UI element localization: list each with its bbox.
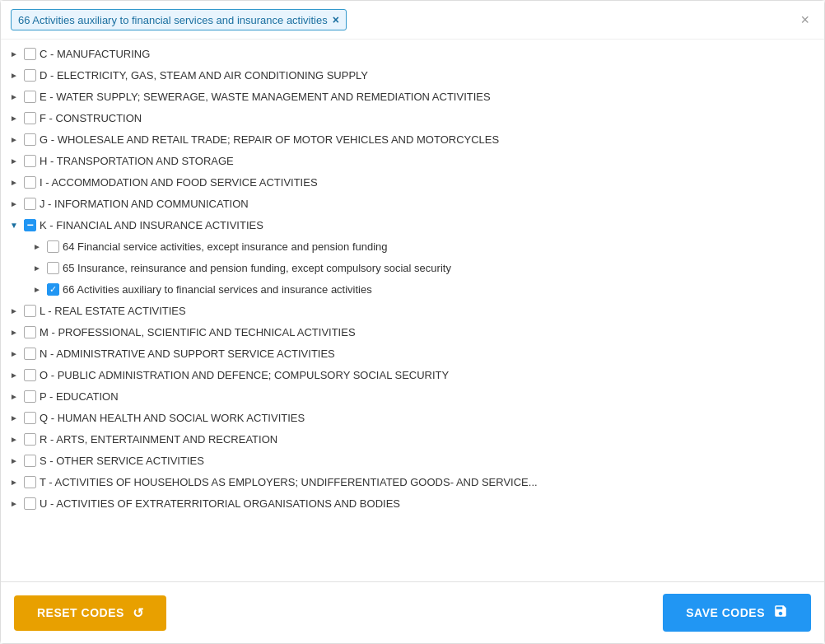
tree-item-i[interactable]: ►I - ACCOMMODATION AND FOOD SERVICE ACTI… [1, 171, 824, 193]
checkbox-d[interactable] [24, 69, 36, 82]
reset-label: RESET CODES [37, 606, 124, 619]
item-label-d: D - ELECTRICITY, GAS, STEAM AND AIR COND… [40, 69, 368, 82]
checkbox-j[interactable] [24, 198, 36, 210]
checkbox-c[interactable] [24, 48, 36, 60]
save-codes-button[interactable]: SAVE CODES [663, 594, 811, 632]
reset-codes-button[interactable]: RESET CODES ↺ [14, 595, 166, 631]
item-label-g: G - WHOLESALE AND RETAIL TRADE; REPAIR O… [40, 133, 499, 146]
expander-j[interactable]: ► [7, 197, 21, 210]
expander-t[interactable]: ► [7, 475, 21, 488]
item-label-k: K - FINANCIAL AND INSURANCE ACTIVITIES [40, 219, 263, 231]
tree-item-t[interactable]: ►T - ACTIVITIES OF HOUSEHOLDS AS EMPLOYE… [1, 471, 824, 492]
item-label-c: C - MANUFACTURING [40, 48, 150, 60]
expander-i[interactable]: ► [7, 175, 21, 189]
checkbox-u[interactable] [24, 497, 36, 510]
close-modal-button[interactable]: × [795, 10, 814, 30]
tree-item-c[interactable]: ►C - MANUFACTURING [1, 43, 824, 64]
tree-item-64[interactable]: ►64 Financial service activities, except… [1, 236, 824, 257]
expander-h[interactable]: ► [7, 154, 21, 167]
item-label-q: Q - HUMAN HEALTH AND SOCIAL WORK ACTIVIT… [40, 412, 305, 424]
tree-item-f[interactable]: ►F - CONSTRUCTION [1, 107, 824, 128]
expander-q[interactable]: ► [7, 411, 21, 424]
checkbox-m[interactable] [24, 326, 36, 338]
expander-p[interactable]: ► [7, 390, 21, 403]
expander-f[interactable]: ► [7, 111, 21, 124]
checkbox-f[interactable] [24, 112, 36, 124]
item-label-u: U - ACTIVITIES OF EXTRATERRITORIAL ORGAN… [40, 497, 400, 510]
expander-k[interactable]: ▼ [7, 218, 21, 231]
checkbox-l[interactable] [24, 305, 36, 317]
expander-65[interactable]: ► [30, 261, 44, 274]
checkbox-n[interactable] [24, 348, 36, 360]
checkbox-r[interactable] [24, 433, 36, 446]
active-filter-tag[interactable]: 66 Activities auxiliary to financial ser… [11, 9, 347, 30]
item-label-s: S - OTHER SERVICE ACTIVITIES [40, 455, 204, 467]
checkbox-g[interactable] [24, 133, 36, 146]
item-label-n: N - ADMINISTRATIVE AND SUPPORT SERVICE A… [40, 348, 335, 360]
tree-item-u[interactable]: ►U - ACTIVITIES OF EXTRATERRITORIAL ORGA… [1, 492, 824, 514]
checkbox-64[interactable] [47, 240, 59, 253]
expander-r[interactable]: ► [7, 432, 21, 446]
tree-item-p[interactable]: ►P - EDUCATION [1, 385, 824, 407]
expander-m[interactable]: ► [7, 325, 21, 338]
expander-s[interactable]: ► [7, 454, 21, 467]
expander-64[interactable]: ► [30, 240, 44, 253]
tree-item-q[interactable]: ►Q - HUMAN HEALTH AND SOCIAL WORK ACTIVI… [1, 407, 824, 428]
item-label-p: P - EDUCATION [40, 390, 119, 403]
remove-filter-tag[interactable]: × [333, 13, 339, 26]
tree-item-h[interactable]: ►H - TRANSPORTATION AND STORAGE [1, 150, 824, 171]
item-label-i: I - ACCOMMODATION AND FOOD SERVICE ACTIV… [40, 176, 318, 189]
save-icon [773, 604, 788, 622]
tree-item-g[interactable]: ►G - WHOLESALE AND RETAIL TRADE; REPAIR … [1, 128, 824, 150]
tree-item-e[interactable]: ►E - WATER SUPPLY; SEWERAGE, WASTE MANAG… [1, 86, 824, 107]
checkbox-i[interactable] [24, 176, 36, 189]
item-label-m: M - PROFESSIONAL, SCIENTIFIC AND TECHNIC… [40, 326, 356, 338]
item-label-h: H - TRANSPORTATION AND STORAGE [40, 155, 234, 167]
tree-item-s[interactable]: ►S - OTHER SERVICE ACTIVITIES [1, 450, 824, 471]
tree-item-k[interactable]: ▼−K - FINANCIAL AND INSURANCE ACTIVITIES [1, 214, 824, 236]
expander-d[interactable]: ► [7, 68, 21, 82]
item-label-64: 64 Financial service activities, except … [63, 240, 388, 253]
checkbox-p[interactable] [24, 390, 36, 403]
item-label-o: O - PUBLIC ADMINISTRATION AND DEFENCE; C… [40, 369, 449, 381]
checkbox-t[interactable] [24, 476, 36, 488]
tree-item-n[interactable]: ►N - ADMINISTRATIVE AND SUPPORT SERVICE … [1, 343, 824, 364]
tree-item-l[interactable]: ►L - REAL ESTATE ACTIVITIES [1, 300, 824, 321]
checkbox-65[interactable] [47, 262, 59, 274]
item-label-j: J - INFORMATION AND COMMUNICATION [40, 198, 249, 210]
checkbox-h[interactable] [24, 155, 36, 167]
tree-item-d[interactable]: ►D - ELECTRICITY, GAS, STEAM AND AIR CON… [1, 64, 824, 86]
checkbox-k[interactable]: − [24, 219, 36, 231]
item-label-f: F - CONSTRUCTION [40, 112, 142, 124]
expander-o[interactable]: ► [7, 368, 21, 381]
tree-item-o[interactable]: ►O - PUBLIC ADMINISTRATION AND DEFENCE; … [1, 364, 824, 385]
tree-item-66[interactable]: ►✓66 Activities auxiliary to financial s… [1, 278, 824, 300]
expander-l[interactable]: ► [7, 304, 21, 317]
filter-tag-label: 66 Activities auxiliary to financial ser… [18, 14, 328, 26]
expander-66[interactable]: ► [30, 282, 44, 296]
item-label-r: R - ARTS, ENTERTAINMENT AND RECREATION [40, 433, 277, 446]
expander-g[interactable]: ► [7, 133, 21, 146]
checkbox-66[interactable]: ✓ [47, 283, 59, 296]
item-label-t: T - ACTIVITIES OF HOUSEHOLDS AS EMPLOYER… [40, 476, 538, 488]
save-label: SAVE CODES [686, 606, 765, 619]
checkbox-e[interactable] [24, 91, 36, 103]
item-label-l: L - REAL ESTATE ACTIVITIES [40, 305, 186, 317]
filter-bar: 66 Activities auxiliary to financial ser… [1, 1, 824, 40]
tree-item-j[interactable]: ►J - INFORMATION AND COMMUNICATION [1, 193, 824, 214]
reset-icon: ↺ [133, 605, 144, 621]
tree-item-r[interactable]: ►R - ARTS, ENTERTAINMENT AND RECREATION [1, 428, 824, 450]
expander-n[interactable]: ► [7, 347, 21, 360]
tree-item-65[interactable]: ►65 Insurance, reinsurance and pension f… [1, 257, 824, 278]
checkbox-s[interactable] [24, 455, 36, 467]
footer: RESET CODES ↺ SAVE CODES [1, 581, 824, 643]
checkbox-o[interactable] [24, 369, 36, 381]
expander-c[interactable]: ► [7, 47, 21, 60]
expander-e[interactable]: ► [7, 90, 21, 103]
item-label-66: 66 Activities auxiliary to financial ser… [63, 283, 372, 296]
tree-item-m[interactable]: ►M - PROFESSIONAL, SCIENTIFIC AND TECHNI… [1, 321, 824, 343]
checkbox-q[interactable] [24, 412, 36, 424]
expander-u[interactable]: ► [7, 497, 21, 510]
item-label-e: E - WATER SUPPLY; SEWERAGE, WASTE MANAGE… [40, 91, 491, 103]
tree-container: ►C - MANUFACTURING►D - ELECTRICITY, GAS,… [1, 40, 824, 581]
